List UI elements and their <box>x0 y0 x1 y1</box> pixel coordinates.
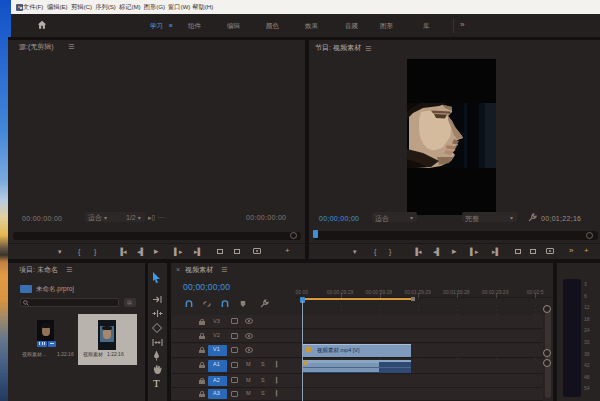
svg-text:T: T <box>153 378 160 389</box>
